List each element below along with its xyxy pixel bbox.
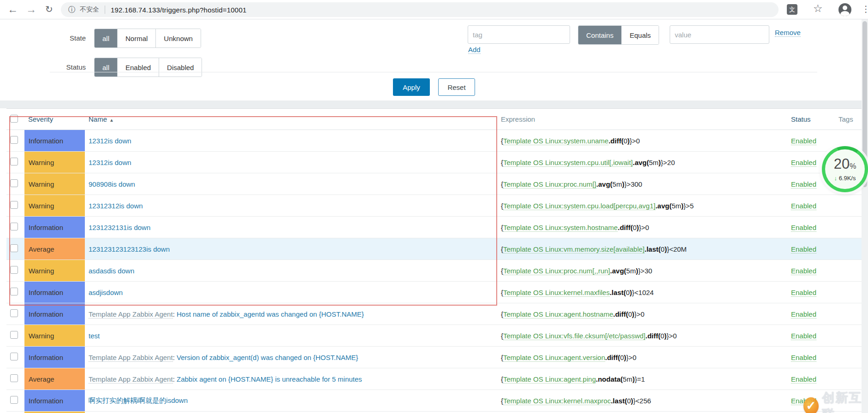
severity-badge: Information (24, 130, 85, 151)
page-info-icon[interactable]: ⓘ (68, 5, 76, 15)
expression-item-link[interactable]: Template OS Linux:kernel.maxproc (503, 397, 611, 405)
checkbox-cell (6, 136, 24, 145)
reload-icon[interactable]: ↻ (45, 1, 53, 17)
expression-cell: {Template OS Linux:system.cpu.util[,iowa… (501, 159, 791, 166)
download-progress-badge[interactable]: 20% ↓ 6.9K/s (822, 146, 868, 192)
expression-item-link[interactable]: Template OS Linux:system.uname (503, 137, 608, 145)
state-option-all[interactable]: all (95, 29, 118, 47)
tag-operator-equals[interactable]: Equals (622, 26, 659, 44)
forward-icon[interactable]: → (26, 1, 36, 17)
table-header-row: Severity Name▲ Expression Status Tags (6, 109, 862, 130)
row-checkbox[interactable] (10, 244, 18, 252)
expression-item-link[interactable]: Template OS Linux:agent.ping (503, 375, 596, 384)
row-checkbox[interactable] (10, 266, 18, 274)
back-icon[interactable]: ← (7, 1, 18, 17)
trigger-name-link[interactable]: Host name of zabbix_agentd was changed o… (177, 310, 364, 318)
tag-value-input[interactable] (670, 25, 769, 44)
status-enabled-link[interactable]: Enabled (791, 180, 816, 189)
tag-input[interactable] (468, 25, 570, 44)
status-cell: Enabled (791, 267, 832, 275)
expression-item-link[interactable]: Template OS Linux:agent.version (503, 354, 605, 362)
row-checkbox[interactable] (10, 201, 18, 209)
status-option-disabled[interactable]: Disabled (159, 58, 202, 77)
expression-cell: {Template OS Linux:kernel.maxproc.last(0… (501, 397, 791, 405)
template-link[interactable]: Template App Zabbix Agent (89, 375, 173, 384)
status-option-enabled[interactable]: Enabled (118, 58, 159, 77)
severity-badge: Information (24, 390, 85, 411)
status-enabled-link[interactable]: Enabled (791, 267, 816, 275)
reset-button[interactable]: Reset (438, 78, 475, 96)
select-all-checkbox[interactable] (10, 115, 18, 123)
expression-item-link[interactable]: Template OS Linux:vfs.file.cksum[/etc/pa… (503, 332, 645, 340)
trigger-name-link[interactable]: 12312is down (89, 137, 131, 145)
expression-item-link[interactable]: Template OS Linux:system.cpu.load[percpu… (503, 202, 655, 210)
trigger-name-link[interactable]: 1231232131is down (89, 224, 150, 231)
state-option-unknown[interactable]: Unknown (156, 29, 201, 47)
expression-cell: {Template OS Linux:agent.hostname.diff(0… (501, 310, 791, 318)
status-option-all[interactable]: all (95, 58, 118, 77)
row-checkbox[interactable] (10, 309, 18, 317)
avatar-head-shape (843, 6, 847, 10)
expression-item-link[interactable]: Template OS Linux:proc.num[,,run] (503, 267, 610, 275)
header-severity[interactable]: Severity (28, 115, 53, 123)
expression-item-link[interactable]: Template OS Linux:proc.num[] (503, 180, 596, 189)
trigger-name-link[interactable]: 啊实打实的解耦i啊就是的isdown (89, 396, 188, 404)
profile-avatar[interactable] (838, 3, 851, 16)
row-checkbox[interactable] (10, 396, 18, 404)
row-checkbox[interactable] (10, 223, 18, 230)
header-name[interactable]: Name (89, 115, 107, 123)
tag-remove-link[interactable]: Remove (775, 29, 801, 37)
url-text[interactable]: 192.168.74.133/triggers.php?hostid=10001 (111, 6, 247, 14)
table-row: Information1231232131is down{Template OS… (6, 217, 862, 238)
expression-item-link[interactable]: Template OS Linux:agent.hostname (503, 310, 613, 319)
address-bar[interactable]: ⓘ 不安全 192.168.74.133/triggers.php?hostid… (61, 2, 779, 17)
state-option-normal[interactable]: Normal (118, 29, 156, 47)
tag-add-link[interactable]: Add (468, 46, 481, 54)
status-enabled-link[interactable]: Enabled (791, 289, 816, 297)
trigger-name-link[interactable]: Version of zabbix_agent(d) was changed o… (177, 354, 358, 361)
status-enabled-link[interactable]: Enabled (791, 137, 816, 145)
status-enabled-link[interactable]: Enabled (791, 332, 816, 340)
expression-arg: 0 (627, 397, 630, 405)
trigger-name-link[interactable]: 12312312is down (89, 202, 143, 210)
trigger-name-link[interactable]: Zabbix agent on {HOST.NAME} is unreachab… (177, 375, 362, 383)
trigger-name-link[interactable]: asdasdis down (89, 267, 134, 275)
template-link[interactable]: Template App Zabbix Agent (89, 310, 173, 319)
trigger-name-link[interactable]: test (89, 332, 100, 340)
row-checkbox[interactable] (10, 288, 18, 295)
tag-operator-contains[interactable]: Contains (578, 26, 622, 44)
status-enabled-link[interactable]: Enabled (791, 245, 816, 254)
expression-item-link[interactable]: Template OS Linux:kernel.maxfiles (503, 289, 610, 297)
apply-button[interactable]: Apply (393, 78, 430, 96)
browser-menu-icon[interactable]: ⋮ (862, 4, 868, 14)
expression-function: .diff( (618, 224, 632, 231)
header-status[interactable]: Status (791, 115, 811, 123)
status-enabled-link[interactable]: Enabled (791, 375, 816, 384)
trigger-name-link[interactable]: 123123123123123is down (89, 245, 170, 253)
expression-cell: {Template OS Linux:agent.ping.nodata(5m)… (501, 375, 791, 383)
expression-item-link[interactable]: Template OS Linux:vm.memory.size[availab… (503, 245, 645, 254)
status-enabled-link[interactable]: Enabled (791, 354, 816, 362)
row-checkbox[interactable] (10, 331, 18, 339)
row-checkbox[interactable] (10, 353, 18, 360)
tag-operator-control: Contains Equals (578, 25, 659, 45)
status-enabled-link[interactable]: Enabled (791, 224, 816, 232)
expression-item-link[interactable]: Template OS Linux:system.hostname (503, 224, 618, 232)
severity-badge: Warning (24, 152, 85, 173)
row-checkbox[interactable] (10, 374, 18, 382)
bookmark-star-icon[interactable]: ☆ (813, 2, 823, 15)
template-link[interactable]: Template App Zabbix Agent (89, 354, 173, 362)
row-checkbox[interactable] (10, 179, 18, 187)
translate-icon[interactable]: 文 (787, 4, 797, 15)
trigger-name-link[interactable]: 12312is down (89, 159, 131, 166)
checkbox-cell (6, 223, 24, 232)
row-checkbox[interactable] (10, 158, 18, 165)
status-enabled-link[interactable]: Enabled (791, 159, 816, 167)
status-enabled-link[interactable]: Enabled (791, 202, 816, 210)
expression-condition: }<256 (633, 397, 651, 405)
status-enabled-link[interactable]: Enabled (791, 310, 816, 319)
row-checkbox[interactable] (10, 136, 18, 144)
trigger-name-link[interactable]: asdjisdown (89, 289, 123, 296)
expression-item-link[interactable]: Template OS Linux:system.cpu.util[,iowai… (503, 159, 633, 167)
trigger-name-link[interactable]: 908908is down (89, 180, 135, 188)
